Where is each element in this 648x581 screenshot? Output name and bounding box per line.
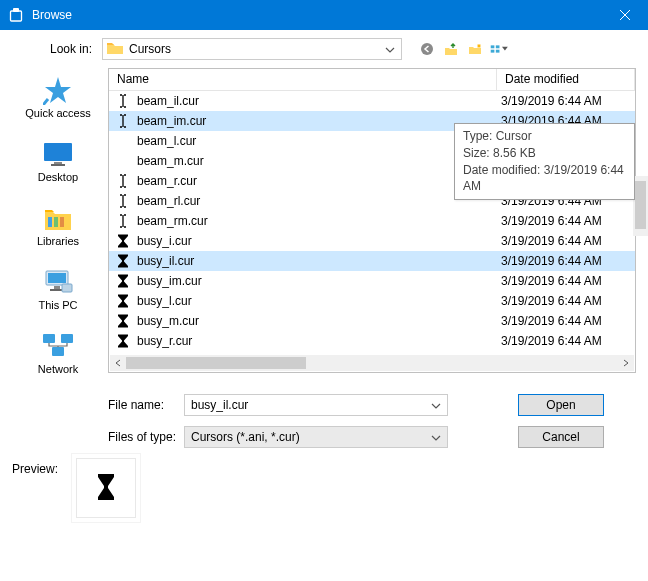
window-title: Browse <box>32 8 602 22</box>
hourglass-icon <box>96 473 116 504</box>
file-name: beam_l.cur <box>137 134 196 148</box>
file-date: 3/19/2019 6:44 AM <box>497 314 635 328</box>
svg-rect-22 <box>61 334 73 343</box>
scroll-left-icon[interactable] <box>110 355 126 371</box>
hourglass-icon <box>115 293 131 309</box>
file-name: beam_r.cur <box>137 174 197 188</box>
preview-box <box>76 458 136 518</box>
new-folder-icon[interactable] <box>466 40 484 58</box>
file-date: 3/19/2019 6:44 AM <box>497 254 635 268</box>
svg-rect-8 <box>491 50 495 53</box>
folder-icon <box>107 41 123 57</box>
file-date: 3/19/2019 6:44 AM <box>497 274 635 288</box>
hourglass-icon <box>115 233 131 249</box>
ibeam-icon <box>115 213 131 229</box>
scroll-right-icon[interactable] <box>618 355 634 371</box>
file-date: 3/19/2019 6:44 AM <box>497 214 635 228</box>
titlebar[interactable]: Browse <box>0 0 648 30</box>
vertical-scrollbar[interactable] <box>633 176 648 236</box>
chevron-down-icon <box>385 42 397 56</box>
svg-rect-17 <box>48 273 66 283</box>
file-date: 3/19/2019 6:44 AM <box>497 294 635 308</box>
file-date: 3/19/2019 6:44 AM <box>497 334 635 348</box>
ibeam-icon <box>115 93 131 109</box>
preview-label: Preview: <box>12 458 58 476</box>
svg-point-4 <box>421 43 433 55</box>
filename-label: File name: <box>108 398 184 412</box>
app-icon <box>8 7 24 23</box>
up-one-level-icon[interactable] <box>442 40 460 58</box>
scrollbar-thumb[interactable] <box>126 357 306 369</box>
nav-back-icon[interactable] <box>418 40 436 58</box>
svg-rect-6 <box>491 45 495 48</box>
hourglass-icon <box>115 273 131 289</box>
svg-rect-7 <box>496 45 500 48</box>
file-name: busy_m.cur <box>137 314 199 328</box>
column-header-date[interactable]: Date modified <box>497 69 635 90</box>
svg-rect-9 <box>496 50 500 53</box>
file-row[interactable]: busy_il.cur3/19/2019 6:44 AM <box>109 251 635 271</box>
file-row[interactable]: busy_r.cur3/19/2019 6:44 AM <box>109 331 635 351</box>
places-bar: Quick access Desktop Libraries <box>12 68 104 382</box>
svg-rect-13 <box>48 217 52 227</box>
hourglass-icon <box>115 313 131 329</box>
file-date: 3/19/2019 6:44 AM <box>497 234 635 248</box>
svg-rect-18 <box>54 286 60 289</box>
quick-access-icon <box>13 73 103 107</box>
file-name: beam_im.cur <box>137 114 206 128</box>
lookin-combo[interactable]: Cursors <box>102 38 402 60</box>
file-name: beam_il.cur <box>137 94 199 108</box>
cancel-button[interactable]: Cancel <box>518 426 604 448</box>
column-header-name[interactable]: Name <box>109 69 497 90</box>
svg-rect-1 <box>11 11 22 21</box>
ibeam-icon <box>115 173 131 189</box>
chevron-down-icon <box>431 430 441 444</box>
horizontal-scrollbar[interactable] <box>110 355 634 371</box>
svg-rect-23 <box>52 347 64 356</box>
file-name: busy_il.cur <box>137 254 194 268</box>
file-date: 3/19/2019 6:44 AM <box>497 94 635 108</box>
file-name: busy_i.cur <box>137 234 192 248</box>
svg-rect-11 <box>54 162 62 164</box>
svg-rect-12 <box>51 164 65 166</box>
file-name: beam_rm.cur <box>137 214 208 228</box>
libraries-icon <box>13 201 103 235</box>
place-desktop[interactable]: Desktop <box>12 132 104 190</box>
lookin-label: Look in: <box>12 42 102 56</box>
filetype-combo[interactable]: Cursors (*.ani, *.cur) <box>184 426 448 448</box>
ibeam-icon <box>115 193 131 209</box>
svg-rect-21 <box>43 334 55 343</box>
view-menu-icon[interactable] <box>490 40 508 58</box>
place-libraries[interactable]: Libraries <box>12 196 104 254</box>
blank-icon <box>115 153 131 169</box>
open-button[interactable]: Open <box>518 394 604 416</box>
network-icon <box>13 329 103 363</box>
close-button[interactable] <box>602 0 648 30</box>
place-quick-access[interactable]: Quick access <box>12 68 104 126</box>
file-name: busy_r.cur <box>137 334 192 348</box>
desktop-icon <box>13 137 103 171</box>
place-network[interactable]: Network <box>12 324 104 382</box>
file-listview[interactable]: Name Date modified beam_il.cur3/19/2019 … <box>108 68 636 373</box>
file-tooltip: Type: Cursor Size: 8.56 KB Date modified… <box>454 123 635 200</box>
file-row[interactable]: busy_m.cur3/19/2019 6:44 AM <box>109 311 635 331</box>
svg-rect-10 <box>44 143 72 161</box>
filetype-label: Files of type: <box>108 430 184 444</box>
file-name: busy_im.cur <box>137 274 202 288</box>
svg-rect-15 <box>60 217 64 227</box>
file-row[interactable]: busy_i.cur3/19/2019 6:44 AM <box>109 231 635 251</box>
svg-rect-20 <box>62 284 72 292</box>
file-name: beam_rl.cur <box>137 194 200 208</box>
file-name: beam_m.cur <box>137 154 204 168</box>
lookin-value: Cursors <box>129 42 171 56</box>
blank-icon <box>115 133 131 149</box>
file-row[interactable]: beam_il.cur3/19/2019 6:44 AM <box>109 91 635 111</box>
file-row[interactable]: beam_rm.cur3/19/2019 6:44 AM <box>109 211 635 231</box>
chevron-down-icon <box>431 398 441 412</box>
svg-rect-14 <box>54 217 58 227</box>
place-this-pc[interactable]: This PC <box>12 260 104 318</box>
file-row[interactable]: busy_im.cur3/19/2019 6:44 AM <box>109 271 635 291</box>
hourglass-icon <box>115 333 131 349</box>
filename-combo[interactable]: busy_il.cur <box>184 394 448 416</box>
file-row[interactable]: busy_l.cur3/19/2019 6:44 AM <box>109 291 635 311</box>
